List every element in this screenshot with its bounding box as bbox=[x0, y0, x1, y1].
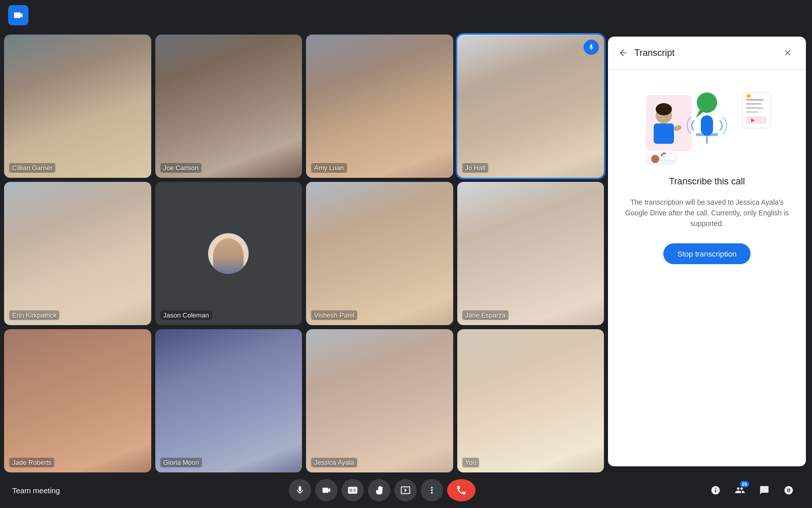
video-tile-cillian[interactable]: Cillian Garner bbox=[4, 35, 151, 178]
video-tile-jo[interactable]: Jo Hall bbox=[457, 35, 604, 178]
video-tile-you[interactable]: You bbox=[457, 329, 604, 472]
transcript-header-left: Transcript bbox=[618, 48, 674, 58]
raise-hand-button[interactable] bbox=[368, 479, 390, 501]
transcript-body: Transcribe this call The transcription w… bbox=[608, 70, 806, 466]
participant-name-jo: Jo Hall bbox=[462, 163, 489, 173]
transcript-heading: Transcribe this call bbox=[669, 176, 745, 187]
captions-button[interactable] bbox=[342, 479, 364, 501]
stop-transcription-button[interactable]: Stop transcription bbox=[663, 243, 751, 264]
chat-button[interactable] bbox=[753, 479, 775, 501]
transcript-header: Transcript bbox=[608, 37, 806, 70]
video-tile-erin[interactable]: Erin Kirkpatrick bbox=[4, 182, 151, 325]
camera-button[interactable] bbox=[315, 479, 337, 501]
video-tile-vishesh[interactable]: Vishesh Patel bbox=[306, 182, 453, 325]
mic-active-badge bbox=[584, 40, 599, 55]
meeting-info-button[interactable] bbox=[704, 479, 727, 501]
present-button[interactable] bbox=[394, 479, 417, 501]
end-call-button[interactable] bbox=[447, 479, 476, 501]
meeting-controls bbox=[289, 479, 476, 501]
video-tile-amy[interactable]: Amy Luan bbox=[306, 35, 453, 178]
video-tile-jessica[interactable]: Jessica Ayala bbox=[306, 329, 453, 472]
activities-button[interactable] bbox=[777, 479, 800, 501]
people-button[interactable]: 25 bbox=[729, 479, 751, 501]
participant-name-jessica: Jessica Ayala bbox=[311, 458, 357, 467]
video-tile-jane[interactable]: Jane Esparza bbox=[457, 182, 604, 325]
people-count-badge: 25 bbox=[740, 481, 749, 487]
right-controls: 25 bbox=[704, 479, 800, 501]
bottom-bar: Team meeting bbox=[0, 472, 812, 508]
svg-rect-7 bbox=[701, 115, 713, 136]
transcript-illustration bbox=[641, 85, 773, 166]
participant-name-jason: Jason Coleman bbox=[160, 310, 212, 320]
svg-rect-13 bbox=[746, 107, 763, 109]
top-bar bbox=[0, 0, 812, 30]
transcript-panel: Transcript bbox=[608, 37, 806, 466]
close-button[interactable] bbox=[780, 45, 796, 61]
back-button[interactable] bbox=[618, 48, 628, 58]
video-grid-container: Cillian Garner Joe Carlson Amy Luan bbox=[0, 30, 608, 472]
svg-rect-14 bbox=[746, 111, 759, 113]
svg-point-19 bbox=[651, 155, 659, 163]
app-icon bbox=[8, 5, 28, 25]
svg-rect-11 bbox=[746, 99, 764, 101]
svg-point-15 bbox=[747, 94, 751, 98]
participant-name-you: You bbox=[462, 458, 480, 467]
transcript-description: The transcription will be saved to Jessi… bbox=[620, 197, 794, 229]
participant-name-vishesh: Vishesh Patel bbox=[311, 310, 357, 320]
svg-rect-3 bbox=[654, 123, 674, 144]
svg-rect-16 bbox=[746, 116, 766, 124]
participant-name-amy: Amy Luan bbox=[311, 163, 347, 173]
transcript-title: Transcript bbox=[634, 48, 674, 58]
participant-name-joe: Joe Carlson bbox=[160, 163, 201, 173]
more-options-button[interactable] bbox=[421, 479, 443, 501]
meeting-name: Team meeting bbox=[12, 486, 60, 495]
microphone-button[interactable] bbox=[289, 479, 311, 501]
video-tile-jason[interactable]: Jason Coleman bbox=[155, 182, 302, 325]
video-tile-gloria[interactable]: Gloria Moon bbox=[155, 329, 302, 472]
video-tile-jade[interactable]: Jade Roberts bbox=[4, 329, 151, 472]
participant-name-gloria: Gloria Moon bbox=[160, 458, 202, 467]
video-grid: Cillian Garner Joe Carlson Amy Luan bbox=[4, 35, 604, 472]
main-content: Cillian Garner Joe Carlson Amy Luan bbox=[0, 30, 812, 472]
svg-rect-20 bbox=[665, 153, 675, 161]
participant-name-jane: Jane Esparza bbox=[462, 310, 509, 320]
svg-point-2 bbox=[656, 103, 672, 115]
svg-point-5 bbox=[697, 92, 717, 113]
svg-rect-12 bbox=[746, 103, 761, 105]
participant-name-jade: Jade Roberts bbox=[9, 458, 54, 467]
participant-name-cillian: Cillian Garner bbox=[9, 163, 55, 173]
svg-rect-8 bbox=[696, 133, 718, 136]
participant-name-erin: Erin Kirkpatrick bbox=[9, 310, 59, 320]
video-tile-joe[interactable]: Joe Carlson bbox=[155, 35, 302, 178]
svg-rect-9 bbox=[706, 136, 708, 144]
